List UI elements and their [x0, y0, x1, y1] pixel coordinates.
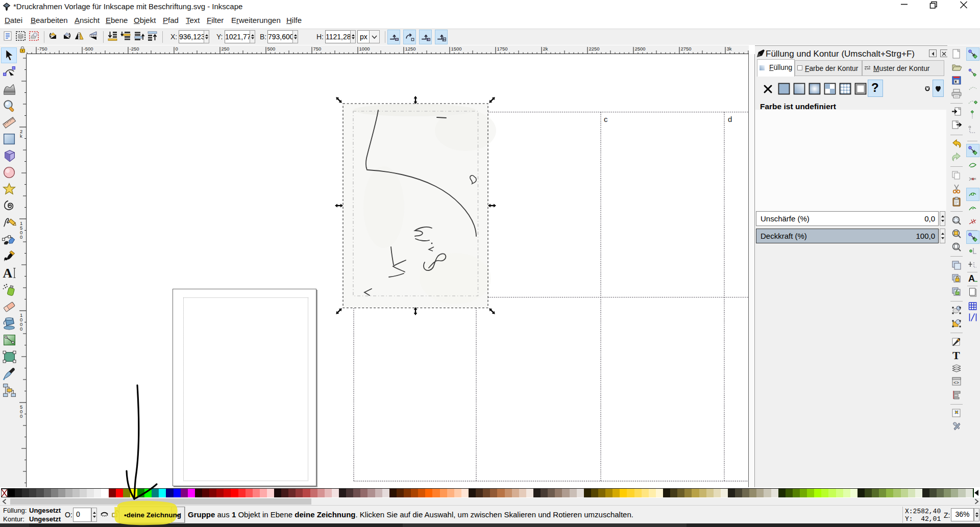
svg-text:•deine Zeichnung: •deine Zeichnung — [124, 511, 181, 519]
